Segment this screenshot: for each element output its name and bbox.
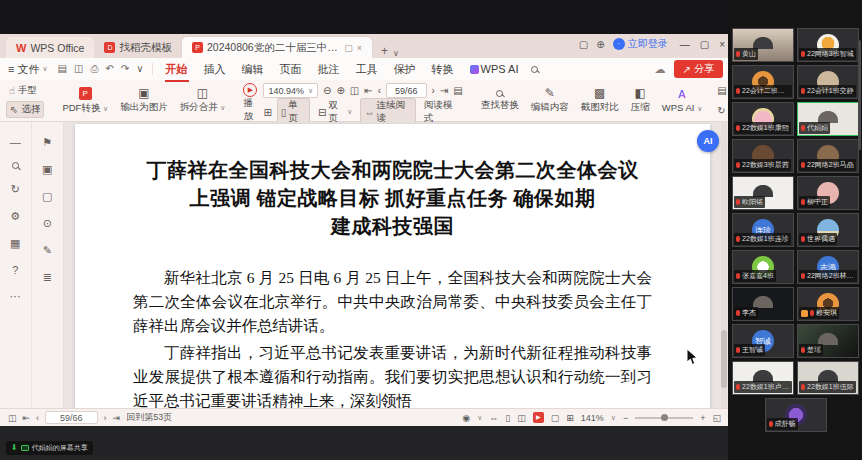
collapse-icon[interactable]: — bbox=[10, 136, 21, 148]
zoom-in-icon[interactable]: ⊕ bbox=[336, 85, 344, 96]
file-menu[interactable]: ≡ 文件 ∨ bbox=[8, 62, 48, 77]
menu-tab-tools[interactable]: 工具 bbox=[353, 60, 381, 79]
zoom-value[interactable]: 141% bbox=[581, 413, 604, 423]
play-icon[interactable]: ▶ bbox=[243, 83, 257, 97]
participant-tile[interactable]: 张嘉嘉4班 bbox=[732, 250, 794, 284]
undo-icon[interactable]: ↶ bbox=[105, 63, 113, 75]
comment-bubble-icon[interactable]: ▢ bbox=[344, 43, 353, 53]
next-page-icon[interactable]: › bbox=[432, 85, 435, 96]
sidebar-toggle-icon[interactable]: ◫ bbox=[8, 413, 17, 423]
participants-scrollbar[interactable] bbox=[858, 40, 861, 150]
double-page-icon[interactable]: ◫ bbox=[517, 413, 526, 423]
image-icon[interactable]: ▣ bbox=[42, 163, 52, 176]
hand-tool-button[interactable]: ☝手型 bbox=[6, 83, 44, 98]
tab-list-dropdown-icon[interactable]: ∨ bbox=[391, 49, 401, 58]
participant-tile[interactable]: 李杰 bbox=[732, 287, 794, 321]
globe-icon[interactable]: ⊕ bbox=[596, 39, 604, 50]
eye-icon[interactable]: ◉ bbox=[462, 413, 470, 423]
open-folder-icon[interactable]: ▤ bbox=[58, 63, 67, 75]
fit-page-icon[interactable]: ⊞ bbox=[566, 413, 574, 423]
wps-ai-ribbon-button[interactable]: AWPS AI ∨ bbox=[656, 83, 709, 118]
save-icon[interactable]: ◫ bbox=[74, 63, 83, 75]
pdf-page[interactable]: 丁薛祥在全国科技大会和两院院士大会第二次全体会议 上强调 锚定战略目标 抓好重点… bbox=[75, 124, 710, 408]
participant-tile[interactable]: 22会计1班交静 bbox=[797, 65, 859, 99]
participant-tile[interactable]: 楚瑶 bbox=[797, 324, 859, 358]
layout-icon[interactable]: ▦ bbox=[10, 237, 20, 250]
print-icon[interactable]: ⎙ bbox=[90, 63, 98, 75]
cloud-sync-icon[interactable]: ☁ bbox=[655, 63, 666, 76]
pdf-convert-button[interactable]: PPDF转换 ∨ bbox=[56, 83, 114, 118]
attachment-icon[interactable]: ⊙ bbox=[43, 217, 52, 230]
more-icon[interactable]: ⋯ bbox=[10, 290, 21, 303]
book-icon[interactable]: ▤ bbox=[453, 85, 462, 96]
find-replace-button[interactable]: 查找替换 bbox=[475, 83, 525, 118]
participant-tile[interactable]: 连珍 22数媒1班连珍 bbox=[732, 213, 794, 247]
play-button[interactable]: ▶ bbox=[533, 412, 544, 423]
search-icon[interactable] bbox=[12, 162, 19, 169]
first-page-icon[interactable]: ⇤ bbox=[364, 85, 372, 96]
participant-tile[interactable]: 22会计二班刘熹 bbox=[732, 65, 794, 99]
zoom-select[interactable]: 140.94%∨ bbox=[263, 83, 318, 98]
zoom-out-button[interactable]: − bbox=[623, 413, 628, 423]
zoom-out-icon[interactable]: ⊖ bbox=[323, 85, 331, 96]
workspace-icon[interactable]: ▢ bbox=[579, 39, 588, 50]
export-image-button[interactable]: ▣输出为图片 bbox=[114, 83, 174, 118]
minimize-button[interactable]: — bbox=[680, 39, 690, 50]
tab-wps-home[interactable]: W WPS Office bbox=[6, 37, 94, 58]
login-button[interactable]: ∙ 立即登录 bbox=[613, 37, 668, 51]
close-button[interactable]: × bbox=[719, 39, 725, 50]
participant-tile[interactable]: 黄山 bbox=[732, 28, 794, 62]
zoom-slider-knob[interactable] bbox=[661, 414, 668, 421]
participant-tile[interactable]: 志鸿 22网络2班林志鸿 bbox=[797, 250, 859, 284]
document-viewport[interactable]: 丁薛祥在全国科技大会和两院院士大会第二次全体会议 上强调 锚定战略目标 抓好重点… bbox=[64, 122, 729, 408]
tab-docer-templates[interactable]: D 找稻壳模板 bbox=[94, 37, 182, 58]
menu-tab-wps-ai[interactable]: WPS AI bbox=[467, 61, 522, 77]
settings-icon[interactable]: ⚙ bbox=[10, 210, 20, 223]
zoom-slider[interactable] bbox=[635, 417, 693, 419]
help-icon[interactable]: ? bbox=[12, 264, 18, 276]
participant-tile[interactable]: 智诚 王智诚 bbox=[732, 324, 794, 358]
participant-tile[interactable]: 欧阳铭 bbox=[732, 176, 794, 210]
last-page-icon[interactable]: ⇥ bbox=[113, 413, 121, 423]
comment-icon[interactable]: ▢ bbox=[42, 190, 52, 203]
document-scrollbar[interactable] bbox=[721, 122, 727, 408]
participant-tile[interactable]: 柳中正 bbox=[797, 176, 859, 210]
continuous-icon[interactable]: ⇔ bbox=[489, 413, 498, 423]
split-merge-button[interactable]: ◫拆分合并 ∨ bbox=[174, 83, 232, 118]
next-page-icon[interactable]: › bbox=[104, 413, 107, 423]
single-page-icon[interactable]: ▯ bbox=[505, 413, 510, 423]
participant-tile[interactable]: 22数媒1班伍际 bbox=[797, 361, 859, 395]
first-page-icon[interactable]: ⇤ bbox=[23, 413, 31, 423]
scrollbar-thumb[interactable] bbox=[721, 330, 727, 388]
fit-width-icon[interactable]: ▢ bbox=[551, 413, 560, 423]
participant-tile[interactable]: 22网络3班智城 bbox=[797, 28, 859, 62]
restore-button[interactable]: ▢ bbox=[700, 39, 709, 50]
participant-tile[interactable]: 赖安琪 bbox=[797, 287, 859, 321]
page-indicator-input[interactable]: 59/66 bbox=[45, 411, 98, 424]
participant-tile[interactable]: 22数媒1班康熙 bbox=[732, 102, 794, 136]
redo-icon[interactable]: ↷ bbox=[121, 63, 129, 75]
thumbnail-view-icon[interactable]: ⊞ bbox=[263, 107, 271, 118]
compress-button[interactable]: ◧压缩 bbox=[625, 83, 656, 118]
prev-page-icon[interactable]: ‹ bbox=[378, 85, 381, 96]
fit-page-icon[interactable]: ◫ bbox=[350, 85, 359, 96]
close-tab-icon[interactable]: × bbox=[357, 43, 362, 53]
last-page-icon[interactable]: ⇥ bbox=[440, 85, 448, 96]
participant-tile[interactable]: 22网络2班马晶 bbox=[797, 139, 859, 173]
menu-tab-page[interactable]: 页面 bbox=[277, 60, 305, 79]
back-to-page-link[interactable]: 回到第53页 bbox=[126, 411, 172, 424]
select-tool-button[interactable]: ⇖选择 bbox=[6, 101, 44, 118]
signature-pen-icon[interactable]: ✎ bbox=[43, 244, 52, 257]
more-dropdown-icon[interactable]: ∨ bbox=[136, 63, 143, 75]
menu-tab-home[interactable]: 开始 bbox=[163, 60, 191, 79]
participant-tile[interactable]: 世界偶遇 bbox=[797, 213, 859, 247]
participant-tile-active-speaker[interactable]: 代娟娟 bbox=[797, 102, 859, 136]
participant-tile[interactable]: 成舒畅 bbox=[765, 398, 827, 432]
screenshot-compare-button[interactable]: ▩截图对比 bbox=[575, 83, 625, 118]
fullscreen-icon[interactable]: ◱ bbox=[712, 413, 721, 423]
bookmark-icon[interactable]: ⚑ bbox=[42, 136, 52, 149]
menu-tab-edit[interactable]: 编辑 bbox=[239, 60, 267, 79]
translate-icon[interactable]: ↻ bbox=[11, 183, 20, 196]
share-button[interactable]: ↗ 分享 bbox=[674, 60, 723, 78]
menu-tab-convert[interactable]: 转换 bbox=[429, 60, 457, 79]
